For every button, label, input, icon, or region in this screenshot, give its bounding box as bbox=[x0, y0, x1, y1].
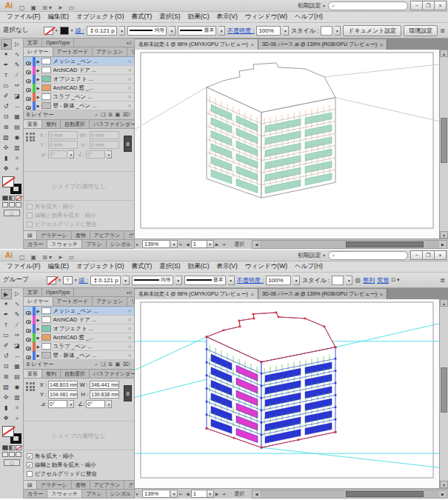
curvature-tool[interactable]: ✎ bbox=[12, 310, 23, 320]
stroke-label[interactable]: 線 : bbox=[79, 276, 88, 284]
reference-point-icon[interactable] bbox=[26, 382, 36, 392]
new-sublayer-icon[interactable]: ⧉ bbox=[107, 112, 113, 118]
search-icon[interactable]: ⌕ bbox=[94, 361, 98, 367]
collapsed-panel-tab-0[interactable]: 文字 bbox=[24, 288, 42, 296]
scroll-down-icon[interactable]: ▼ bbox=[440, 231, 448, 239]
arrange-icon[interactable]: ⊡ ▾ bbox=[391, 277, 399, 283]
expand-triangle-icon[interactable]: ▶ bbox=[36, 353, 41, 358]
blend-tool[interactable]: ✣ bbox=[1, 393, 12, 403]
new-layer-icon[interactable]: ▣ bbox=[114, 112, 121, 118]
type-tool[interactable]: T bbox=[1, 70, 12, 81]
fill-box[interactable] bbox=[2, 176, 14, 187]
artboard-tool[interactable]: ⌗ bbox=[12, 403, 23, 413]
y-field[interactable]: 104.981 mm bbox=[48, 390, 78, 399]
dock-tab-b-0[interactable]: カラー bbox=[24, 490, 47, 498]
target-circle-icon[interactable]: ○ bbox=[125, 326, 134, 331]
rectangle-tool[interactable]: ▭ bbox=[1, 330, 12, 341]
layer-row[interactable]: ▶壁 - 躯体 _ペン ...○ bbox=[24, 101, 134, 110]
layer-row[interactable]: ▶スラブ _ペン ...○ bbox=[24, 342, 134, 351]
checkbox-icon[interactable] bbox=[27, 204, 33, 210]
control-button-0[interactable]: ドキュメント設定 bbox=[343, 25, 401, 36]
gradient-mode-icon[interactable] bbox=[9, 196, 15, 201]
layer-row[interactable]: ▶ArchiCAD 窓 _...○ bbox=[24, 84, 134, 93]
transform-panel-tab-0[interactable]: 変形 bbox=[24, 120, 42, 128]
collapsed-panel-tab-1[interactable]: OpenType bbox=[42, 39, 74, 47]
eraser-tool[interactable]: ◪ bbox=[12, 341, 23, 351]
layer-row[interactable]: ▶ArchiCAD 窓 _...○ bbox=[24, 333, 134, 342]
eyedropper-tool[interactable]: ◉ bbox=[12, 133, 23, 143]
status-menu-icon[interactable]: ▸ bbox=[135, 491, 140, 496]
color-mode-icon[interactable] bbox=[2, 196, 8, 201]
graph-tool[interactable]: ▮ bbox=[1, 153, 12, 164]
pen-tool[interactable]: ✒ bbox=[1, 60, 12, 70]
type-tool[interactable]: T bbox=[1, 320, 12, 330]
magic-wand-tool[interactable]: ✶ bbox=[1, 50, 12, 60]
share-icon[interactable]: ➤ bbox=[55, 254, 66, 261]
dock-tab-a-1[interactable]: グラデーシ bbox=[37, 231, 72, 239]
layer-name[interactable]: ArchiCAD 窓 _... bbox=[53, 334, 126, 341]
hand-tool[interactable]: ✥ bbox=[1, 413, 12, 424]
transform-checkbox[interactable]: ✓角を拡大・縮小 bbox=[27, 452, 131, 461]
checkbox-icon[interactable] bbox=[27, 213, 33, 219]
fill-swatch[interactable] bbox=[47, 276, 56, 284]
arrange-documents-icon[interactable]: ⊞ ▾ bbox=[39, 254, 55, 261]
dock-tab-b-3[interactable]: シンボル bbox=[107, 240, 136, 248]
scroll-up-icon[interactable]: ▲ bbox=[440, 50, 448, 57]
close-button[interactable]: × bbox=[434, 250, 447, 260]
canvas[interactable] bbox=[135, 50, 439, 239]
shape-builder-tool[interactable]: ▦ bbox=[12, 361, 23, 372]
dock-tab-a-3[interactable]: アピアラン bbox=[90, 481, 125, 489]
opacity-field[interactable]: 100% bbox=[266, 276, 291, 285]
mesh-tool[interactable]: ▤ bbox=[12, 122, 23, 133]
x-field[interactable]: 0 mm bbox=[48, 131, 78, 139]
transform-checkbox[interactable]: 線幅と効果を拡大・縮小 bbox=[27, 211, 131, 220]
minimize-button[interactable]: − bbox=[410, 1, 423, 10]
clip-mask-icon[interactable]: ❏ bbox=[100, 112, 106, 118]
transform-panel-tab-1[interactable]: 整列 bbox=[42, 370, 61, 378]
search-icon[interactable]: ⌕ bbox=[94, 112, 98, 118]
transform-panel-tab-2[interactable]: 自動選択 bbox=[61, 120, 90, 128]
expand-triangle-icon[interactable]: ▶ bbox=[36, 318, 41, 322]
menu-4[interactable]: 選択(S) bbox=[156, 262, 184, 271]
free-transform-tool[interactable]: ⊡ bbox=[1, 112, 12, 122]
restore-button[interactable]: ❐ bbox=[422, 250, 435, 260]
menu-2[interactable]: オブジェクト(O) bbox=[73, 13, 127, 21]
prev-artboard-icon[interactable]: ◀ bbox=[184, 491, 191, 496]
transform-checkbox[interactable]: ピクセルグリッドに整合 bbox=[27, 220, 131, 229]
next-artboard-icon[interactable]: ▶ bbox=[214, 241, 221, 247]
hand-tool[interactable]: ✥ bbox=[1, 164, 12, 174]
layer-row[interactable]: ▶メッシュ _ペン ...○ bbox=[24, 57, 134, 66]
layer-row[interactable]: ▶メッシュ _ペン ...○ bbox=[24, 307, 134, 316]
target-circle-icon[interactable]: ○ bbox=[125, 103, 134, 108]
expand-triangle-icon[interactable]: ▶ bbox=[36, 68, 41, 73]
scroll-right-icon[interactable]: ▶ bbox=[439, 241, 447, 248]
menu-2[interactable]: オブジェクト(O) bbox=[73, 262, 127, 271]
scroll-down-icon[interactable]: ▼ bbox=[440, 481, 448, 488]
shape-builder-tool[interactable]: ▦ bbox=[12, 112, 23, 122]
screen-mode-button[interactable]: ▢ bbox=[4, 459, 20, 466]
layer-row[interactable]: ▶壁 - 躯体 _ペン ...○ bbox=[24, 351, 134, 360]
constrain-proportions-icon[interactable]: 8 bbox=[124, 136, 132, 152]
zoom-level[interactable]: 139% bbox=[142, 240, 170, 248]
stroke-weight-field[interactable]: ▲▼0.121 p bbox=[87, 26, 117, 36]
first-artboard-icon[interactable]: ⇤ bbox=[178, 491, 184, 496]
variable-width-profile[interactable]: 均等 bbox=[132, 276, 173, 285]
layer-name[interactable]: 壁 - 躯体 _ペン ... bbox=[53, 102, 126, 110]
menu-5[interactable]: 効果(C) bbox=[184, 262, 213, 271]
target-circle-icon[interactable]: ○ bbox=[125, 67, 134, 73]
draw-inside-icon[interactable] bbox=[16, 452, 21, 457]
target-circle-icon[interactable]: ○ bbox=[125, 317, 134, 322]
scale-tool[interactable]: ↔ bbox=[12, 351, 23, 361]
artboard-number[interactable]: 1 bbox=[191, 490, 207, 498]
color-mode-icon[interactable] bbox=[2, 445, 8, 450]
rectangle-tool[interactable]: ▭ bbox=[1, 81, 12, 91]
panel-menu-icon[interactable]: ▸≡ bbox=[127, 40, 134, 45]
target-circle-icon[interactable]: ○ bbox=[125, 76, 134, 81]
target-circle-icon[interactable]: ○ bbox=[125, 308, 134, 313]
none-mode-icon[interactable] bbox=[16, 445, 21, 450]
fill-stroke-indicator[interactable] bbox=[2, 426, 21, 444]
publish-icon[interactable]: ▭ bbox=[66, 254, 78, 261]
menu-5[interactable]: 効果(C) bbox=[184, 13, 213, 21]
pencil-tool[interactable]: ✐ bbox=[1, 91, 12, 101]
expand-triangle-icon[interactable]: ▶ bbox=[36, 77, 41, 81]
